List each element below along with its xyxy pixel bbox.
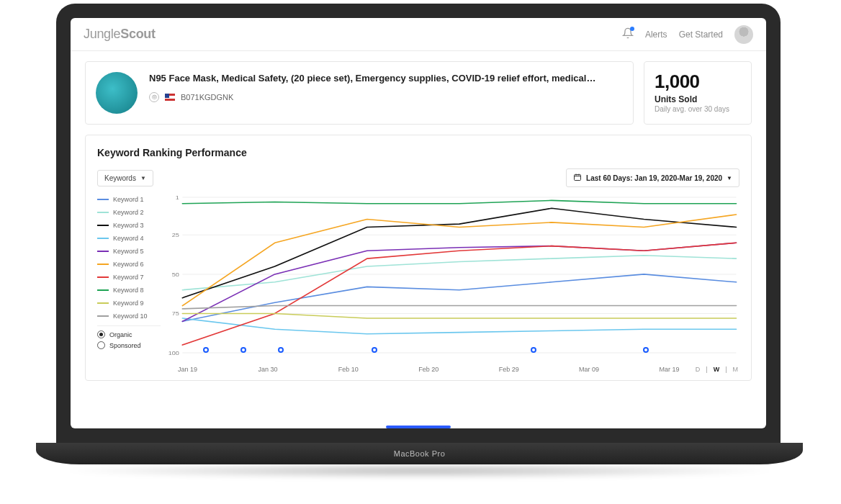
event-marker-icon[interactable] (643, 347, 649, 353)
keyword-ranking-chart-card: Keyword Ranking Performance Keywords ▼ L… (85, 135, 752, 381)
event-marker-icon[interactable] (531, 347, 536, 353)
brand-prefix: Jungle (84, 27, 120, 41)
legend-swatch (97, 302, 109, 304)
legend-item[interactable]: Keyword 1 (97, 196, 161, 203)
brand-logo: JungleScout (84, 27, 156, 42)
x-tick: Feb 10 (338, 366, 418, 373)
date-range-picker[interactable]: Last 60 Days: Jan 19, 2020-Mar 19, 2020 … (566, 168, 739, 187)
x-tick: Feb 20 (418, 366, 498, 373)
laptop-frame: JungleScout Alerts Get Started N95 Face … (56, 4, 781, 443)
legend-swatch (97, 289, 109, 291)
legend-item[interactable]: Keyword 3 (97, 222, 161, 229)
legend-label: Keyword 4 (113, 235, 144, 242)
chart-legend: Keyword 1Keyword 2Keyword 3Keyword 4Keyw… (97, 193, 161, 373)
legend-item[interactable]: Keyword 8 (97, 287, 161, 294)
granularity-sep: | (724, 366, 728, 373)
app-screen: JungleScout Alerts Get Started N95 Face … (71, 18, 766, 428)
event-markers-row (178, 347, 739, 354)
chevron-down-icon: ▼ (727, 175, 732, 181)
x-tick: Jan 19 (178, 366, 258, 373)
x-tick: Feb 29 (499, 366, 579, 373)
granularity-day[interactable]: D (694, 366, 702, 373)
product-card: N95 Face Mask, Medical Safety, (20 piece… (85, 61, 634, 125)
avatar[interactable] (734, 25, 753, 44)
flag-us-icon (165, 94, 175, 101)
event-marker-icon[interactable] (203, 347, 209, 353)
get-started-link[interactable]: Get Started (679, 30, 723, 40)
legend-swatch (97, 238, 109, 239)
granularity-month[interactable]: M (732, 366, 740, 373)
legend-label: Keyword 6 (113, 261, 144, 268)
alerts-bell-icon[interactable] (622, 27, 634, 42)
radio-sponsored[interactable]: Sponsored (97, 341, 161, 349)
legend-item[interactable]: Keyword 6 (97, 261, 161, 268)
stat-value: 1,000 (655, 71, 741, 93)
svg-text:50: 50 (172, 271, 179, 277)
legend-label: Keyword 5 (113, 248, 144, 255)
legend-item[interactable]: Keyword 5 (97, 248, 161, 255)
legend-label: Keyword 3 (113, 222, 144, 229)
legend-item[interactable]: Keyword 10 (97, 312, 161, 320)
legend-swatch (97, 225, 109, 226)
chart-title: Keyword Ranking Performance (97, 147, 739, 158)
x-tick: Mar 09 (579, 366, 659, 373)
chevron-down-icon: ▼ (140, 175, 146, 181)
legend-separator (97, 325, 161, 326)
radio-icon (97, 341, 105, 349)
svg-rect-0 (575, 175, 581, 181)
legend-item[interactable]: Keyword 7 (97, 274, 161, 281)
legend-swatch (97, 264, 109, 265)
x-axis-ticks: Jan 19Jan 30Feb 10Feb 20Feb 29Mar 09Mar … (168, 366, 739, 373)
app-header: JungleScout Alerts Get Started (71, 18, 766, 51)
legend-swatch (97, 276, 109, 278)
legend-item[interactable]: Keyword 9 (97, 300, 161, 307)
radio-organic[interactable]: Organic (97, 330, 161, 338)
legend-label: Keyword 7 (113, 274, 144, 281)
legend-swatch (97, 251, 109, 252)
granularity-toggle[interactable]: D | W | M (694, 366, 739, 373)
alerts-link[interactable]: Alerts (645, 30, 667, 40)
event-marker-icon[interactable] (278, 347, 284, 353)
legend-label: Keyword 10 (113, 312, 148, 320)
scroll-indicator[interactable] (386, 426, 451, 428)
radio-label: Organic (109, 331, 132, 338)
legend-label: Keyword 9 (113, 300, 144, 307)
keywords-dropdown-label: Keywords (104, 174, 136, 182)
chart-plot-area: 1255075100 Jan 19Jan 30Feb 10Feb 20Feb 2… (168, 193, 739, 373)
radio-icon (97, 330, 105, 338)
event-marker-icon[interactable] (372, 347, 377, 353)
legend-swatch (97, 199, 109, 200)
legend-label: Keyword 2 (113, 209, 144, 216)
svg-text:25: 25 (172, 232, 179, 238)
legend-label: Keyword 8 (113, 287, 144, 294)
product-thumbnail (96, 72, 138, 114)
seller-icon: ◎ (149, 92, 159, 102)
units-sold-card: 1,000 Units Sold Daily avg. over 30 days (644, 61, 752, 125)
legend-label: Keyword 1 (113, 196, 144, 203)
calendar-icon (573, 173, 582, 183)
granularity-sep: | (704, 366, 709, 373)
svg-text:1: 1 (176, 194, 179, 201)
main-content: N95 Face Mask, Medical Safety, (20 piece… (71, 51, 766, 428)
legend-swatch (97, 315, 109, 317)
granularity-week[interactable]: W (712, 366, 721, 373)
event-marker-icon[interactable] (240, 347, 246, 353)
line-chart: 1255075100 (168, 193, 739, 364)
date-range-label: Last 60 Days: Jan 19, 2020-Mar 19, 2020 (586, 174, 722, 182)
stat-sublabel: Daily avg. over 30 days (655, 105, 741, 113)
laptop-base: MacBook Pro (36, 443, 803, 464)
radio-label: Sponsored (109, 342, 141, 349)
stat-label: Units Sold (655, 94, 741, 104)
legend-item[interactable]: Keyword 4 (97, 235, 161, 242)
notification-dot-icon (630, 27, 634, 31)
svg-text:75: 75 (172, 310, 179, 317)
legend-item[interactable]: Keyword 2 (97, 209, 161, 216)
legend-swatch (97, 212, 109, 213)
product-asin: B071KGDGNK (181, 93, 233, 102)
product-meta-row: ◎ B071KGDGNK (149, 92, 623, 102)
keywords-dropdown[interactable]: Keywords ▼ (97, 170, 153, 186)
x-tick: Jan 30 (258, 366, 338, 373)
product-title: N95 Face Mask, Medical Safety, (20 piece… (149, 72, 623, 85)
brand-suffix: Scout (120, 27, 156, 41)
